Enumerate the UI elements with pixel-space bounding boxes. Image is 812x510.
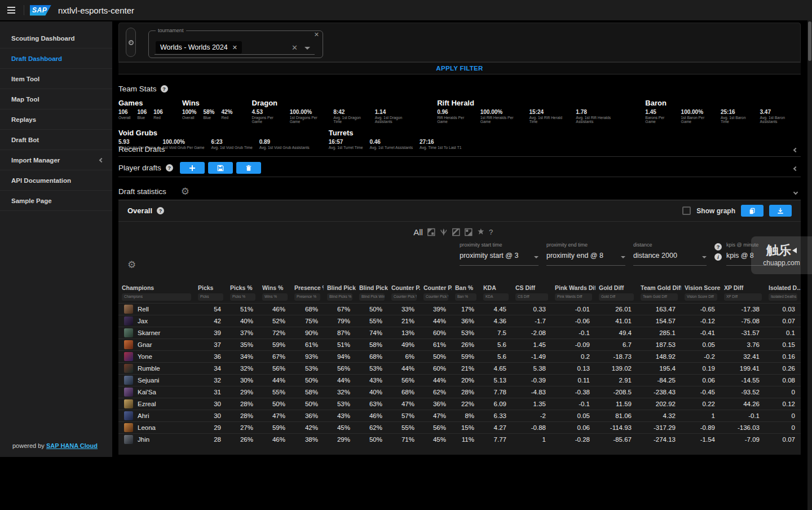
sidebar-item-sample-page[interactable]: Sample Page [0,191,112,211]
table-row[interactable]: Rell 5451%46%68%67%50%33%39%17%4.450.33-… [118,304,801,315]
column-filter-input-picks[interactable]: Picks % [230,293,255,301]
table-row[interactable]: Kai'Sa 3129%55%58%32%40%68%62%28%7.78-4.… [118,386,801,398]
column-filter-input-pink-wards-diff[interactable]: Pink Wards Diff [555,293,592,301]
menu-icon[interactable] [0,0,23,20]
show-graph-checkbox[interactable] [682,206,691,215]
column-header-ban[interactable]: Ban % [452,283,480,292]
sidebar-item-item-tool[interactable]: Item Tool [0,69,112,89]
add-draft-button[interactable] [180,162,205,174]
stat-item: 15:24 Avg. 1st Rift Herald Time [529,109,570,124]
column-header-blind-picks[interactable]: Blind Pick... [324,283,356,292]
proximity-start-select[interactable]: proximity start time proximity start @ 3 [460,242,539,266]
stat-cell: 187.53 [637,339,681,351]
field-close-icon[interactable]: ✕ [314,31,319,38]
column-header-vision-score-diff[interactable]: Vision Score Diff [681,283,721,292]
role-bot-icon[interactable] [464,228,473,236]
delete-draft-button[interactable] [236,162,261,174]
column-filter-input-counter-pick[interactable]: Counter Pick % [391,293,417,301]
column-header-pink-wards-diff[interactable]: Pink Wards Diff [551,283,595,292]
role-unknown-icon[interactable]: ? [489,228,493,236]
sidebar-item-import-manager[interactable]: Import Manager [0,150,112,170]
table-row[interactable]: Jhin 2826%46%38%29%50%71%45%11%7.771-0.2… [118,434,801,446]
sap-hana-cloud-link[interactable]: SAP HANA Cloud [46,442,98,449]
column-filter-input-wins[interactable]: Wins % [262,293,288,301]
recent-drafts-collapse-icon[interactable] [791,143,801,156]
kpis-help-icon[interactable]: ? [714,243,722,250]
column-filter-input-presence[interactable]: Presence % [294,293,320,301]
column-header-team-gold-diff[interactable]: Team Gold Diff [637,283,681,292]
sidebar-item-draft-bot[interactable]: Draft Bot [0,130,112,150]
sidebar-item-draft-dashboard[interactable]: Draft Dashboard [0,49,112,69]
column-filter-input-picks[interactable]: Picks [198,293,223,301]
column-filter-input-blind-picks[interactable]: Blind Picks % [327,293,352,301]
clear-selection-icon[interactable]: ✕ [292,43,298,52]
copy-button[interactable] [741,205,764,217]
column-header-wins[interactable]: Wins % [259,283,291,292]
chip-remove-icon[interactable]: ✕ [232,44,237,51]
column-header-gold-diff[interactable]: Gold Diff [595,283,637,292]
role-jungle-icon[interactable] [439,228,448,236]
download-button[interactable] [769,205,792,217]
stat-cell: 0.06 [681,375,721,386]
player-drafts-collapse-icon[interactable] [791,161,801,174]
stat-cell: 1 [681,410,721,422]
column-filter-input-blind-pick-win[interactable]: Blind Pick Win % [359,293,385,301]
column-filter-input-team-gold-diff[interactable]: Team Gold Diff [641,293,678,301]
apply-filter-button[interactable]: APPLY FILTER [118,62,801,74]
sidebar-item-replays[interactable]: Replays [0,109,112,130]
table-row[interactable]: Jax 4240%52%75%79%55%21%44%36%4.36-1.7-0… [118,315,801,327]
role-filter-all[interactable]: All [413,227,423,237]
column-filter-input-champions[interactable]: Champions [122,293,191,301]
filter-toggle[interactable] [126,28,136,57]
column-header-cs-diff[interactable]: CS Diff [512,283,551,292]
column-header-isolated-deaths-1500[interactable]: Isolated D... [765,283,801,292]
table-row[interactable]: Skarner 3937%72%90%87%74%13%60%53%7.5-2.… [118,327,801,339]
kpis-info-icon[interactable]: i [714,253,722,261]
stat-item: 106 Red [153,109,163,120]
table-row[interactable]: Leona 2927%59%42%45%62%55%56%15%4.27-0.8… [118,422,801,434]
stat-cell: 72% [259,327,291,339]
tournament-filter-field[interactable]: tournament ✕ Worlds - Worlds 2024 ✕ ✕ [148,28,323,58]
role-mid-icon[interactable] [452,228,460,236]
table-row[interactable]: Ahri 3028%47%36%43%46%57%47%8%6.33-20.05… [118,410,801,422]
draft-statistics-settings-icon[interactable]: ⚙ [181,187,189,196]
column-header-kda[interactable]: KDA [480,283,512,292]
role-support-icon[interactable] [476,228,485,236]
column-filter-input-gold-diff[interactable]: Gold Diff [599,293,634,301]
table-row[interactable]: Yone 3634%67%93%94%68%6%50%59%5.6-1.490.… [118,351,801,363]
tournament-chip[interactable]: Worlds - Worlds 2024 ✕ [156,41,242,54]
role-top-icon[interactable] [427,228,435,236]
column-header-blind-pick-win[interactable]: Blind Pick... [356,283,388,292]
column-filter-input-xp-diff[interactable]: XP Diff [724,293,762,301]
column-filter-input-vision-score-diff[interactable]: Vision Score Diff [685,293,717,301]
column-header-counter-pick-wins[interactable]: Counter P... [420,283,452,292]
table-row[interactable]: Gnar 3735%59%61%51%58%49%61%26%5.61.45-0… [118,339,801,351]
column-filter-input-ban[interactable]: Ban % [455,293,476,301]
column-filter-input-counter-pick-wins[interactable]: Counter Pick Wins % [423,293,448,301]
table-row[interactable]: Ezreal 3028%50%50%53%63%47%36%22%6.091.3… [118,398,801,410]
sidebar-item-scouting-dashboard[interactable]: Scouting Dashboard [0,28,112,49]
column-header-presence[interactable]: Presence % [291,283,324,292]
distance-select[interactable]: distance distance 2000 [633,242,707,266]
overall-help-icon[interactable]: ? [157,207,164,214]
column-filter-input-kda[interactable]: KDA [483,293,509,301]
proximity-end-select[interactable]: proximity end time proximity end @ 8 [546,242,625,266]
column-filter-input-isolated-deaths-1500[interactable]: Isolated Deaths 1500 [769,293,797,301]
table-row[interactable]: Rumble 3432%56%53%56%53%44%60%21%4.655.3… [118,363,801,375]
table-settings-icon[interactable]: ⚙ [127,260,136,270]
player-drafts-help-icon[interactable]: ? [166,164,173,172]
column-header-picks[interactable]: Picks % [227,283,259,292]
help-icon[interactable]: ? [161,85,168,93]
column-header-xp-diff[interactable]: XP Diff [721,283,765,292]
scrollbar-thumb[interactable] [808,21,811,61]
sidebar-item-api-documentation[interactable]: API Documentation [0,170,112,191]
table-row[interactable]: Sejuani 3230%44%50%44%43%56%44%20%5.13-0… [118,375,801,386]
save-draft-button[interactable] [208,162,233,174]
column-header-picks[interactable]: Picks [195,283,227,292]
column-filter-input-cs-diff[interactable]: CS Diff [515,293,548,301]
sidebar-item-map-tool[interactable]: Map Tool [0,89,112,109]
dropdown-arrow-icon[interactable] [304,47,310,50]
column-header-champions[interactable]: Champions [118,283,195,292]
draft-statistics-collapse-icon[interactable] [791,185,801,198]
column-header-counter-pick[interactable]: Counter P... [388,283,420,292]
